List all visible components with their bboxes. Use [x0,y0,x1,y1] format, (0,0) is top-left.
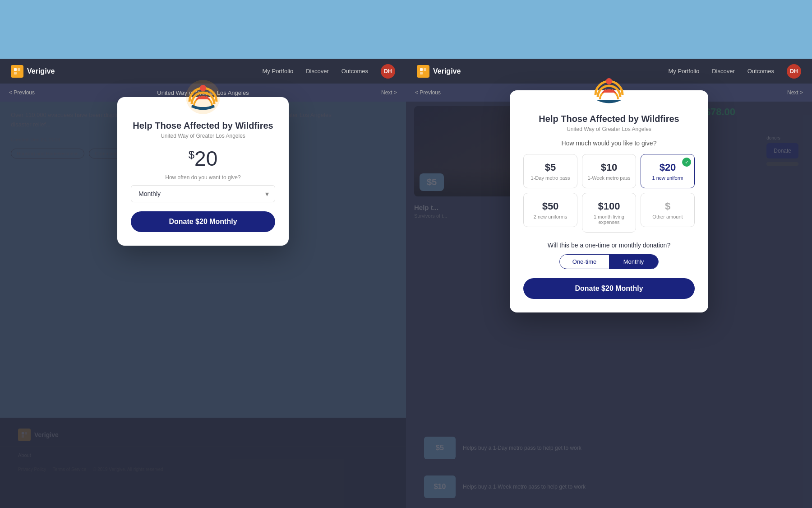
right-modal-logo-wrap [523,68,695,108]
right-modal-title: Help Those Affected by Wildfires [523,114,695,124]
donate-button-right[interactable]: Donate $20 Monthly [523,278,695,299]
logo-text: Verigive [27,67,55,75]
amount-grid: $5 1-Day metro pass $10 1-Week metro pas… [523,154,695,233]
navbar-links: My Portfolio Discover Outcomes DH [263,64,395,79]
logo-icon [11,65,23,78]
svg-rect-11 [424,68,426,71]
currency-symbol: $ [189,149,194,161]
amount-card-50[interactable]: $50 2 new uniforms [523,193,577,227]
user-avatar[interactable]: DH [381,64,395,79]
right-prev-link[interactable]: < Previous [415,89,441,96]
amount-5-label: 1-Day metro pass [527,175,573,181]
onetime-btn[interactable]: One-time [560,255,609,269]
right-nav-outcomes[interactable]: Outcomes [747,68,774,75]
amount-card-10-wrap: $10 1-Week metro pass [582,154,636,188]
svg-rect-1 [18,68,20,71]
nav-discover[interactable]: Discover [306,68,329,75]
right-modal-org: United Way of Greater Los Angeles [523,126,695,132]
right-nav-discover[interactable]: Discover [712,68,735,75]
amount-card-5-wrap: $5 1-Day metro pass [523,154,577,188]
amount-20-label: 1 new uniform [645,175,691,181]
navbar-logo: Verigive [11,65,55,78]
right-logo-icon [417,65,429,78]
svg-rect-10 [420,68,423,71]
amount-card-other[interactable]: $ Other amount [641,193,695,227]
monthly-btn[interactable]: Monthly [609,255,658,269]
svg-rect-12 [420,72,423,75]
amount-other-value: $ [645,200,691,212]
right-charity-logo [589,68,629,108]
svg-point-4 [200,85,206,91]
amount-10-value: $10 [586,162,632,173]
amount-5-value: $5 [527,162,573,173]
amount-card-5[interactable]: $5 1-Day metro pass [523,154,577,188]
amount-card-100[interactable]: $100 1 month living expenses [582,193,636,233]
amount-card-20-wrap: ✓ $20 1 new uniform [641,154,695,188]
amount-50-label: 2 new uniforms [527,214,573,219]
right-user-avatar[interactable]: DH [787,64,801,79]
amount-other-label: Other amount [645,214,691,219]
donate-button-left[interactable]: Donate $20 Monthly [131,211,275,232]
amount-card-20[interactable]: ✓ $20 1 new uniform [641,154,695,188]
left-panel: Verigive My Portfolio Discover Outcomes … [0,0,406,508]
amount-card-10[interactable]: $10 1-Week metro pass [582,154,636,188]
svg-rect-2 [14,72,17,75]
modal-logo-wrap [131,75,275,115]
svg-rect-0 [14,68,17,71]
right-navbar-logo: Verigive [417,65,461,78]
frequency-select[interactable]: Monthly One-time [131,185,275,202]
modal-org: United Way of Greater Los Angeles [131,133,275,139]
amount-card-other-wrap: $ Other amount [641,193,695,233]
amount-10-label: 1-Week metro pass [586,175,632,181]
frequency-question: Will this be a one-time or monthly donat… [523,242,695,249]
charity-logo [183,75,223,115]
prev-link[interactable]: < Previous [9,89,35,96]
amount-50-value: $50 [527,200,573,212]
amount-card-100-wrap: $100 1 month living expenses [582,193,636,233]
svg-point-13 [606,78,612,84]
modal-title: Help Those Affected by Wildfires [131,121,275,131]
amount-100-label: 1 month living expenses [586,214,632,225]
right-panel: Verigive My Portfolio Discover Outcomes … [406,0,812,508]
donation-modal-right: Help Those Affected by Wildfires United … [510,90,708,312]
next-link[interactable]: Next > [381,89,397,96]
nav-portfolio[interactable]: My Portfolio [263,68,294,75]
amount-100-value: $100 [586,200,632,212]
nav-outcomes[interactable]: Outcomes [341,68,368,75]
frequency-label: How often do you want to give? [131,174,275,181]
selected-checkmark: ✓ [682,158,691,167]
frequency-toggle: One-time Monthly [559,254,659,269]
frequency-section: Will this be a one-time or monthly donat… [523,242,695,269]
modal-amount: $20 [131,146,275,171]
select-wrap: Monthly One-time ▾ [131,185,275,202]
amount-card-50-wrap: $50 2 new uniforms [523,193,577,233]
how-much-label: How much would you like to give? [523,140,695,147]
right-logo-text: Verigive [433,67,461,75]
right-next-link[interactable]: Next > [787,89,803,96]
donation-modal-left: Help Those Affected by Wildfires United … [117,97,289,246]
